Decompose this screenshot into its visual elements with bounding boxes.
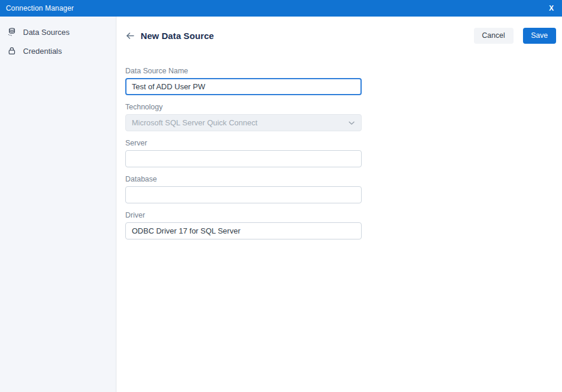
app-body: Data Sources Credentials [0,17,562,392]
lock-icon [7,46,17,56]
driver-label: Driver [125,212,362,219]
field-server: Server [125,140,362,167]
technology-selected-value: Microsoft SQL Server Quick Connect [132,118,258,127]
content-header: New Data Source Cancel Save [125,28,556,44]
window-title: Connection Manager [6,4,74,12]
connection-manager-window: Connection Manager X Data Sources [0,0,562,392]
technology-label: Technology [125,103,362,111]
close-icon[interactable]: X [547,4,556,13]
main-content: New Data Source Cancel Save Data Source … [116,17,562,392]
sidebar-item-label: Credentials [23,47,62,56]
sidebar-item-label: Data Sources [23,28,70,37]
new-data-source-form: Data Source Name Technology Microsoft SQ… [125,67,362,239]
field-driver: Driver [125,212,362,239]
titlebar: Connection Manager X [0,0,562,17]
back-arrow-icon[interactable] [125,31,135,40]
chevron-down-icon [348,121,355,125]
database-input[interactable] [125,186,362,203]
sidebar: Data Sources Credentials [0,17,116,392]
field-technology: Technology Microsoft SQL Server Quick Co… [125,103,362,131]
save-button[interactable]: Save [523,28,557,44]
cancel-button[interactable]: Cancel [474,28,514,44]
data-source-name-input[interactable] [125,78,362,95]
driver-input[interactable] [125,222,362,239]
database-label: Database [125,176,362,183]
page-title: New Data Source [141,31,214,41]
sidebar-item-data-sources[interactable]: Data Sources [0,22,116,41]
server-input[interactable] [125,150,362,167]
database-icon [7,27,17,37]
data-source-name-label: Data Source Name [125,67,362,75]
technology-select[interactable]: Microsoft SQL Server Quick Connect [125,114,362,131]
field-database: Database [125,176,362,203]
server-label: Server [125,140,362,147]
field-data-source-name: Data Source Name [125,67,362,95]
sidebar-item-credentials[interactable]: Credentials [0,41,116,60]
